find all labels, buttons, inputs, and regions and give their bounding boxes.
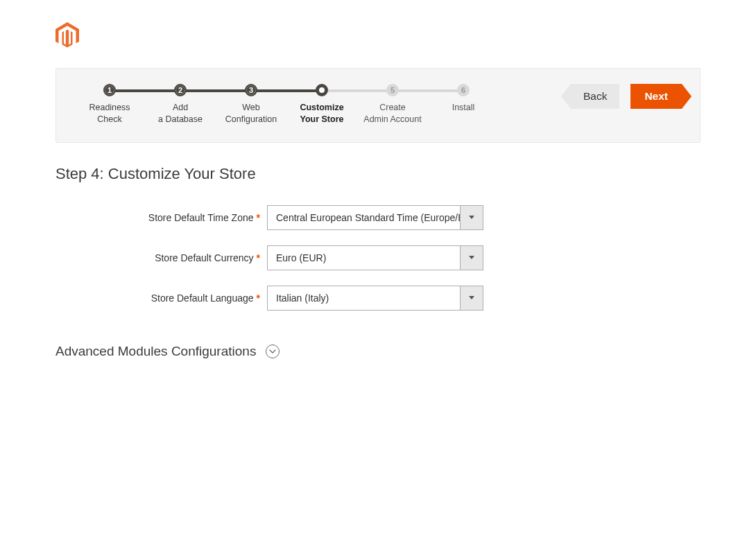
back-button[interactable]: Back (571, 84, 619, 109)
advanced-modules-title: Advanced Modules Configurations (55, 344, 256, 359)
row-currency: Store Default Currency* Euro (EUR) (55, 245, 701, 270)
page-title: Step 4: Customize Your Store (55, 165, 701, 183)
step-number: 2 (174, 84, 187, 96)
select-value: Euro (EUR) (267, 245, 460, 270)
select-value: Central European Standard Time (Europe/B… (267, 205, 460, 230)
required-asterisk: * (257, 252, 260, 263)
expand-toggle-icon[interactable] (266, 345, 280, 358)
step-current-marker (316, 84, 328, 96)
label-timezone: Store Default Time Zone* (55, 212, 267, 223)
step-number: 1 (103, 84, 116, 96)
step-label: Add a Database (158, 102, 203, 125)
chevron-down-icon[interactable] (460, 245, 483, 270)
required-asterisk: * (257, 293, 260, 304)
select-language[interactable]: Italian (Italy) (267, 286, 483, 311)
select-timezone[interactable]: Central European Standard Time (Europe/B… (267, 205, 483, 230)
label-language: Store Default Language* (55, 293, 267, 304)
row-language: Store Default Language* Italian (Italy) (55, 286, 701, 311)
step-label: Install (452, 102, 475, 114)
next-button[interactable]: Next (630, 84, 682, 109)
select-value: Italian (Italy) (267, 286, 460, 311)
chevron-down-icon[interactable] (460, 205, 483, 230)
wizard-progress-bar: 1 Readiness Check 2 Add a Database 3 (55, 68, 701, 143)
step-number: 5 (386, 84, 399, 96)
select-currency[interactable]: Euro (EUR) (267, 245, 483, 270)
step-label: Customize Your Store (300, 102, 343, 125)
label-currency: Store Default Currency* (55, 252, 267, 263)
required-asterisk: * (257, 212, 260, 223)
step-readiness-check[interactable]: 1 Readiness Check (74, 84, 145, 125)
step-number: 6 (457, 84, 470, 96)
chevron-down-icon[interactable] (460, 286, 483, 311)
step-label: Create Admin Account (363, 102, 421, 125)
step-number: 3 (245, 84, 257, 96)
step-label: Web Configuration (225, 102, 277, 125)
step-label: Readiness Check (89, 102, 130, 125)
magento-logo (55, 22, 701, 49)
wizard-nav: Back Next (571, 84, 682, 109)
wizard-steps: 1 Readiness Check 2 Add a Database 3 (74, 84, 499, 125)
step-install[interactable]: 6 Install (428, 84, 499, 114)
advanced-modules-section: Advanced Modules Configurations (55, 344, 701, 359)
row-timezone: Store Default Time Zone* Central Europea… (55, 205, 701, 230)
